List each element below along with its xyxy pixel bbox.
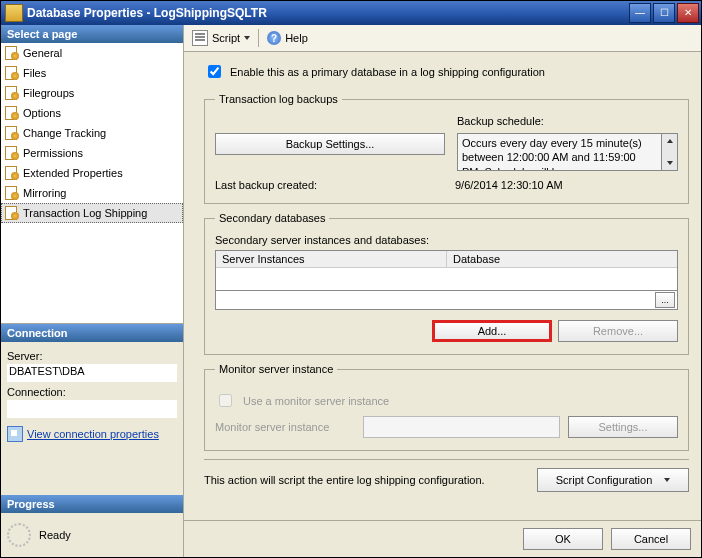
last-backup-label: Last backup created: (215, 179, 435, 191)
backup-schedule-box[interactable]: Occurs every day every 15 minute(s) betw… (457, 133, 678, 171)
sidebar-item-permissions[interactable]: Permissions (1, 143, 183, 163)
page-icon (5, 146, 19, 160)
progress-header: Progress (1, 495, 183, 513)
browse-button[interactable]: ... (655, 292, 675, 308)
monitor-server-group: Monitor server instance Use a monitor se… (204, 363, 689, 451)
col-server-instances[interactable]: Server Instances (216, 251, 447, 267)
view-connection-properties-link[interactable]: View connection properties (7, 426, 159, 442)
maximize-button[interactable]: ☐ (653, 3, 675, 23)
script-note: This action will script the entire log s… (204, 474, 525, 486)
script-dropdown[interactable]: Script (188, 28, 254, 48)
select-page-header: Select a page (1, 25, 183, 43)
page-icon (5, 166, 19, 180)
close-button[interactable]: ✕ (677, 3, 699, 23)
sidebar-item-files[interactable]: Files (1, 63, 183, 83)
sidebar: Select a page General Files Filegroups O… (1, 25, 184, 557)
monitor-instance-label: Monitor server instance (215, 421, 355, 433)
monitor-settings-button: Settings... (568, 416, 678, 438)
window-title: Database Properties - LogShippingSQLTR (27, 6, 627, 20)
dialog-footer: OK Cancel (184, 520, 701, 557)
script-icon (192, 30, 208, 46)
tlb-legend: Transaction log backups (215, 93, 342, 105)
page-icon (5, 66, 19, 80)
connection-header: Connection (1, 324, 183, 342)
cancel-button[interactable]: Cancel (611, 528, 691, 550)
secondary-selector-row: ... (215, 291, 678, 310)
secondary-databases-group: Secondary databases Secondary server ins… (204, 212, 689, 355)
toolbar: Script ? Help (184, 25, 701, 52)
monitor-instance-input (363, 416, 560, 438)
progress-status: Ready (39, 529, 71, 541)
progress-spinner-icon (7, 523, 31, 547)
secondary-caption: Secondary server instances and databases… (215, 234, 678, 246)
sidebar-item-extended-properties[interactable]: Extended Properties (1, 163, 183, 183)
backup-schedule-text: Occurs every day every 15 minute(s) betw… (458, 134, 661, 170)
page-list: General Files Filegroups Options Change … (1, 43, 183, 324)
script-config-row: This action will script the entire log s… (204, 459, 689, 492)
page-icon (5, 126, 19, 140)
page-icon (5, 106, 19, 120)
server-label: Server: (7, 350, 177, 362)
titlebar: Database Properties - LogShippingSQLTR —… (1, 1, 701, 25)
col-database[interactable]: Database (447, 251, 677, 267)
connection-panel: Server: DBATEST\DBA Connection: View con… (1, 342, 183, 495)
server-value: DBATEST\DBA (7, 364, 177, 382)
toolbar-separator (258, 29, 259, 47)
secondary-table-body[interactable] (216, 268, 677, 290)
sidebar-item-filegroups[interactable]: Filegroups (1, 83, 183, 103)
page-icon (5, 206, 19, 220)
scroll-up-icon[interactable] (662, 134, 677, 148)
remove-button: Remove... (558, 320, 678, 342)
enable-log-shipping-label: Enable this as a primary database in a l… (230, 66, 545, 78)
ok-button[interactable]: OK (523, 528, 603, 550)
app-icon (5, 4, 23, 22)
page-icon (5, 86, 19, 100)
add-button[interactable]: Add... (432, 320, 552, 342)
use-monitor-checkbox (219, 394, 232, 407)
scroll-down-icon[interactable] (662, 156, 677, 170)
secondary-legend: Secondary databases (215, 212, 329, 224)
schedule-scrollbar[interactable] (661, 134, 677, 170)
progress-panel: Ready (1, 513, 183, 557)
enable-log-shipping-checkbox[interactable] (208, 65, 221, 78)
backup-settings-button[interactable]: Backup Settings... (215, 133, 445, 155)
last-backup-value: 9/6/2014 12:30:10 AM (455, 179, 563, 191)
help-icon: ? (267, 31, 281, 45)
page-icon (5, 46, 19, 60)
minimize-button[interactable]: — (629, 3, 651, 23)
monitor-legend: Monitor server instance (215, 363, 337, 375)
properties-icon (7, 426, 23, 442)
sidebar-item-change-tracking[interactable]: Change Tracking (1, 123, 183, 143)
sidebar-item-mirroring[interactable]: Mirroring (1, 183, 183, 203)
use-monitor-label: Use a monitor server instance (243, 395, 389, 407)
connection-label: Connection: (7, 386, 177, 398)
script-configuration-dropdown[interactable]: Script Configuration (537, 468, 689, 492)
chevron-down-icon (244, 36, 250, 40)
sidebar-item-options[interactable]: Options (1, 103, 183, 123)
secondary-table[interactable]: Server Instances Database (215, 250, 678, 291)
sidebar-item-transaction-log-shipping[interactable]: Transaction Log Shipping (1, 203, 183, 223)
transaction-log-backups-group: Transaction log backups Backup schedule:… (204, 93, 689, 204)
page-icon (5, 186, 19, 200)
chevron-down-icon (664, 478, 670, 482)
help-button[interactable]: ? Help (263, 29, 312, 47)
sidebar-item-general[interactable]: General (1, 43, 183, 63)
main-panel: Script ? Help Enable this as a primary d… (184, 25, 701, 557)
connection-value (7, 400, 177, 418)
backup-schedule-label: Backup schedule: (457, 115, 678, 127)
database-properties-dialog: { "title": "Database Properties - LogShi… (0, 0, 702, 558)
content-area: Enable this as a primary database in a l… (184, 52, 701, 520)
